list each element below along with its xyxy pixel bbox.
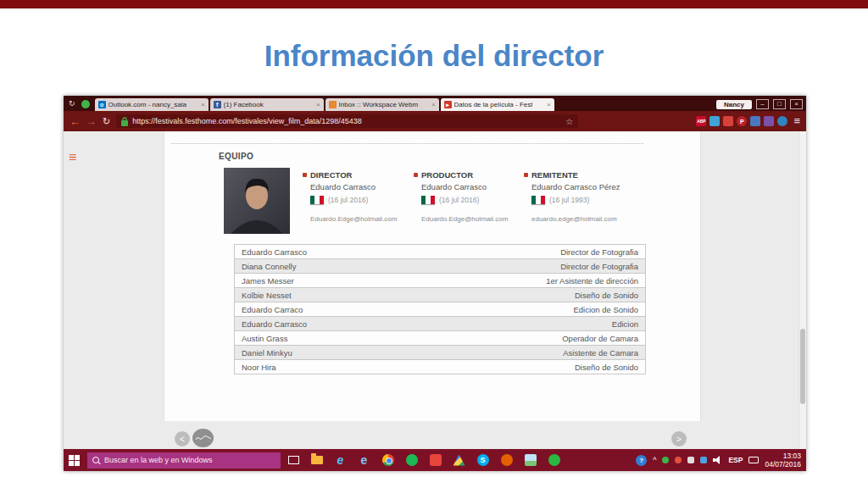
row-role: Diseño de Sonido [575,363,638,372]
director-photo [224,168,290,234]
content-panel: EQUIPO DIRECTOR Ed [164,131,701,421]
close-tab-icon[interactable]: × [431,101,436,108]
crew-card-director: DIRECTOR Eduardo Carrasco (16 jul 2016) … [303,170,411,223]
close-tab-icon[interactable]: × [547,101,551,108]
pinned-tab-icon[interactable] [81,100,90,108]
close-button[interactable]: × [790,99,803,109]
back-button[interactable]: ← [70,115,81,128]
table-row[interactable]: Diana ConnellyDirector de Fotografia [234,258,646,274]
tab-facebook[interactable]: f (1) Facebook × [210,98,324,111]
tab-label: Datos de la película - Fest [454,101,533,108]
tab-festhome-active[interactable]: ▸ Datos de la película - Fest × [441,98,554,111]
browser-menu-icon[interactable]: ≡ [793,116,800,126]
help-icon[interactable]: ? [636,455,647,466]
extension-icon[interactable] [777,116,787,126]
photos-icon[interactable] [524,454,537,467]
forward-button[interactable]: → [86,115,97,127]
scrollbar-thumb[interactable] [800,329,805,404]
file-explorer-icon[interactable] [310,454,323,467]
crew-name: Eduardo Carrasco [421,182,522,191]
row-name: James Messer [242,276,294,286]
row-name: Noor Hira [242,363,276,372]
section-title: EQUIPO [219,152,253,161]
row-role: Edicion [612,319,638,329]
minimize-button[interactable]: – [756,99,769,109]
bullet-icon [414,173,418,177]
table-row[interactable]: Noor HiraDiseño de Sonido [234,359,646,374]
table-row[interactable]: Eduardo CarrascoDirector de Fotografia [234,244,646,259]
row-role: Edicion de Sonido [573,305,638,314]
drive-icon[interactable] [453,454,465,467]
crew-card-remitente: REMITENTE Eduardo Carrasco Pérez (16 jul… [524,170,632,223]
row-role: 1er Asistente de dirección [546,276,638,286]
row-role: Asistente de Camara [563,348,638,358]
tray-icon[interactable] [662,457,669,463]
table-row[interactable]: James Messer1er Asistente de dirección [234,273,646,288]
extension-icon[interactable] [764,116,774,126]
mexico-flag-icon [421,196,435,204]
taskbar-clock[interactable]: 13:03 04/07/2016 [765,452,801,469]
chevron-up-icon[interactable]: ^ [653,456,656,464]
tab-label: Outlook.com - nancy_sala [108,101,187,108]
bookmark-star-icon[interactable]: ☆ [565,117,573,126]
volume-icon[interactable] [713,456,722,464]
reload-circle-icon[interactable]: ↻ [69,97,75,110]
table-row[interactable]: Kolbie NessetDiseño de Sonido [234,287,646,302]
tray-icon[interactable] [700,457,707,463]
start-button[interactable] [69,455,80,466]
table-row[interactable]: Austin GrassOperador de Camara [234,330,646,346]
next-page-button[interactable]: > [671,431,687,446]
mail-app-icon[interactable] [429,454,442,467]
skype-icon[interactable]: S [476,454,489,467]
role-label: REMITENTE [531,170,578,180]
search-icon [92,457,99,463]
language-indicator[interactable]: ESP [728,456,743,464]
mail-extension-icon[interactable] [723,116,733,126]
spotify-icon[interactable] [405,454,418,467]
tab-webmail[interactable]: Inbox :: Workspace Webm × [326,98,439,111]
outlook-icon: o [98,101,106,108]
close-tab-icon[interactable]: × [316,101,320,108]
search-placeholder: Buscar en la web y en Windows [104,456,213,464]
signature-badge [192,429,214,447]
browser-window: ↻ o Outlook.com - nancy_sala × f (1) Fac… [64,96,806,471]
reload-button[interactable]: ↻ [103,116,110,127]
url-text: https://festivals.festhome.com/festivale… [132,117,362,125]
table-row[interactable]: Eduardo CarracoEdicion de Sonido [234,302,646,317]
role-label: PRODUCTOR [421,170,473,180]
prev-page-button[interactable]: < [175,431,190,446]
row-name: Eduardo Carrasco [242,247,307,257]
row-role: Diseño de Sonido [575,291,638,300]
lock-icon [121,117,128,126]
tab-outlook[interactable]: o Outlook.com - nancy_sala × [95,98,209,111]
abp-extension-icon[interactable]: ABP [696,116,706,126]
row-name: Kolbie Nesset [242,291,292,300]
menu-hamburger-icon[interactable]: ≡ [69,152,76,164]
internet-explorer-icon[interactable]: e [358,454,370,467]
taskbar-search-input[interactable]: Buscar en la web y en Windows [87,452,281,469]
close-tab-icon[interactable]: × [201,101,205,108]
tray-icon[interactable] [675,457,682,463]
row-name: Daniel Minkyu [242,348,292,358]
url-bar[interactable]: https://festivals.festhome.com/festivale… [116,114,578,128]
pinterest-extension-icon[interactable]: P [737,116,747,126]
maximize-button[interactable]: □ [773,99,786,109]
extension-icon[interactable] [709,116,720,126]
crew-email: eduardo.edge@hotmail.com [531,215,632,223]
row-role: Director de Fotografia [560,262,638,271]
crew-name: Eduardo Carrasco Pérez [531,182,632,191]
firefox-icon[interactable] [500,454,513,467]
chrome-icon[interactable] [381,454,394,467]
user-button[interactable]: Nancy [716,100,752,109]
keyboard-icon[interactable] [748,457,759,463]
tray-icon[interactable] [687,457,694,463]
extension-icon[interactable] [750,116,760,126]
table-row[interactable]: Eduardo CarrascoEdicion [234,316,646,331]
clock-date: 04/07/2016 [765,460,801,469]
task-view-button[interactable] [288,456,299,464]
edge-icon[interactable]: e [334,454,347,467]
table-row[interactable]: Daniel MinkyuAsistente de Camara [234,345,646,360]
scrollbar[interactable] [798,131,806,449]
crew-date: (16 jul 2016) [439,196,479,204]
whatsapp-icon[interactable] [548,454,560,467]
